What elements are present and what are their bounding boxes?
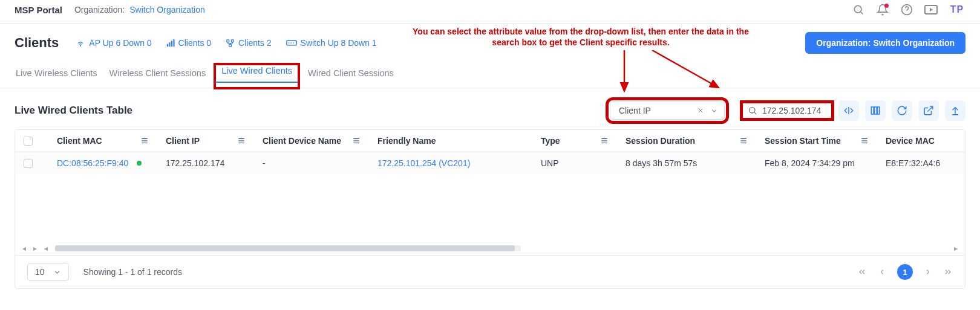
scroll-track[interactable] [55,245,521,251]
open-external-button[interactable] [918,100,939,121]
cell-type: UNP [541,158,559,168]
stat-ap-label: AP Up 6 Down 0 [89,38,151,48]
column-menu-icon[interactable] [237,137,246,145]
svg-line-23 [754,112,756,114]
search-input[interactable] [762,106,826,115]
table-footer: 10 Showing 1 - 1 of 1 records 1 [15,255,965,288]
scroll-left-icon[interactable]: ◂ [22,244,26,253]
fit-columns-button[interactable] [838,100,859,121]
stat-switch[interactable]: Switch Up 8 Down 1 [286,38,377,48]
row-checkbox[interactable] [24,159,33,168]
switch-icon [286,39,297,47]
pager-last-button[interactable] [943,267,953,277]
cell-session-duration: 8 days 3h 57m 57s [626,158,697,168]
svg-rect-13 [229,44,232,47]
wifi-icon [76,39,85,47]
page-title: Clients [15,35,59,51]
svg-rect-8 [169,42,170,47]
svg-rect-12 [231,39,234,42]
pager-next-button[interactable] [924,268,932,276]
search-icon[interactable] [852,3,865,16]
horizontal-scrollbar[interactable]: ◂ ▸ ◂ ▸ [15,241,965,255]
pager-current-page[interactable]: 1 [897,264,913,280]
col-device-name[interactable]: Client Device Name [263,136,341,146]
stat-ap[interactable]: AP Up 6 Down 0 [76,38,151,48]
table-toolbar: Live Wired Clients Table Client IP [15,100,965,121]
select-all-checkbox[interactable] [24,137,33,146]
column-menu-icon[interactable] [860,137,869,145]
svg-rect-7 [166,44,168,47]
org-label: Organization: [74,5,125,15]
annotation-text: You can select the attribute value from … [411,26,750,48]
scroll-right-icon[interactable]: ▸ [33,244,37,253]
col-friendly-name[interactable]: Friendly Name [377,136,436,146]
col-client-ip[interactable]: Client IP [166,136,200,146]
svg-line-28 [928,106,933,111]
pager-prev-button[interactable] [878,268,886,276]
col-session-duration[interactable]: Session Duration [626,136,695,146]
cell-device-mac: E8:E7:32:A4:6 [886,158,940,168]
table-section: Live Wired Clients Table Client IP [0,88,980,289]
tabs-bar: Live Wireless Clients Wireless Client Se… [0,54,980,88]
col-client-mac[interactable]: Client MAC [57,136,102,146]
table-header-row: Client MAC Client IP Client Device Name … [15,130,965,152]
cell-client-mac[interactable]: DC:08:56:25:F9:40 [57,158,128,168]
user-avatar[interactable]: TP [949,2,965,17]
scroll-left2-icon[interactable]: ◂ [44,244,48,253]
page-size-value: 10 [35,267,45,277]
switch-organization-button[interactable]: Organization: Switch Organization [805,32,965,54]
export-button[interactable] [945,100,965,121]
search-box[interactable] [742,102,832,119]
svg-rect-10 [173,39,174,47]
columns-button[interactable] [865,100,886,121]
column-menu-icon[interactable] [739,137,748,145]
svg-marker-5 [930,8,933,11]
svg-point-0 [854,5,861,13]
column-menu-icon[interactable] [140,137,149,145]
search-icon [748,106,757,115]
pager-first-button[interactable] [857,267,867,277]
table-empty-space [15,174,965,241]
column-menu-icon[interactable] [600,137,609,145]
page-size-select[interactable]: 10 [27,263,69,281]
top-header: MSP Portal Organization: Switch Organiza… [0,0,980,24]
cell-friendly-name[interactable]: 172.25.101.254 (VC201) [377,158,470,168]
filter-attribute-select[interactable]: Client IP [610,102,725,120]
cell-device-name: - [263,158,266,168]
scroll-right2-icon[interactable]: ▸ [954,244,958,253]
tab-live-wired-clients[interactable]: Live Wired Clients [215,65,298,88]
scroll-thumb[interactable] [55,245,515,251]
svg-line-1 [861,12,863,15]
stat-wireless-clients[interactable]: Clients 0 [166,38,211,48]
status-dot-icon [137,161,142,166]
tab-wired-client-sessions[interactable]: Wired Client Sessions [305,65,396,88]
tab-wireless-client-sessions[interactable]: Wireless Client Sessions [107,65,209,88]
col-device-mac[interactable]: Device MAC [886,136,935,146]
stat-switch-label: Switch Up 8 Down 1 [301,38,377,48]
apps-icon[interactable] [924,3,938,16]
svg-rect-9 [171,41,172,47]
stat-wireless-clients-label: Clients 0 [178,38,211,48]
chevron-down-icon[interactable] [710,107,718,115]
svg-point-22 [750,108,755,113]
table-row: DC:08:56:25:F9:40 172.25.102.174 - 172.2… [15,152,965,174]
stat-wired-clients[interactable]: Clients 2 [226,38,271,48]
column-menu-icon[interactable] [352,137,361,145]
help-icon[interactable] [900,3,913,16]
svg-rect-26 [875,107,877,114]
tab-live-wireless-clients[interactable]: Live Wireless Clients [13,65,100,88]
bars-icon [166,39,175,47]
pager: 1 [857,264,953,280]
clear-filter-icon[interactable] [697,107,704,115]
switch-organization-link[interactable]: Switch Organization [129,5,205,15]
stat-group: AP Up 6 Down 0 Clients 0 Clients 2 Switc… [76,38,376,48]
col-type[interactable]: Type [541,136,560,146]
brand: MSP Portal [15,5,62,15]
col-session-start[interactable]: Session Start Time [765,136,841,146]
filter-attribute-value: Client IP [619,106,651,115]
stat-wired-clients-label: Clients 2 [238,38,271,48]
chevron-down-icon [53,268,61,276]
notifications-icon[interactable] [876,3,889,16]
svg-rect-11 [227,39,229,42]
refresh-button[interactable] [892,100,912,121]
